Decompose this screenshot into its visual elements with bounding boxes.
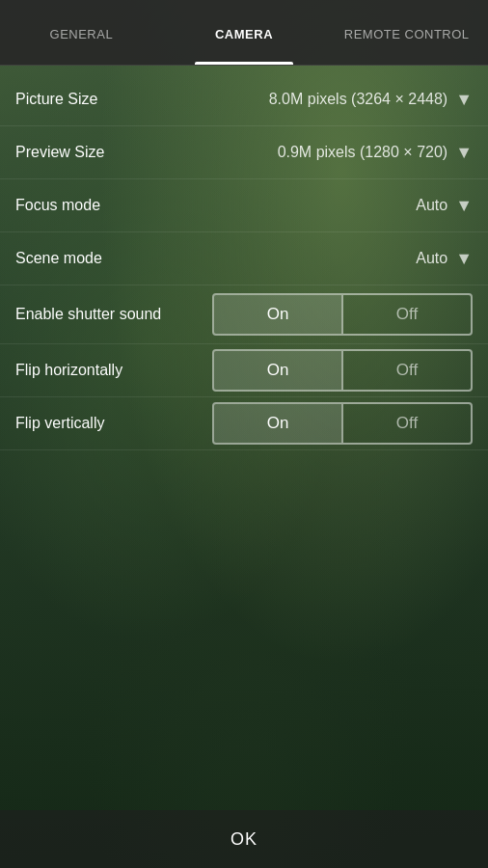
flip-vertically-label: Flip vertically [15, 415, 104, 432]
focus-mode-label: Focus mode [15, 197, 100, 214]
flip-vertically-toggle: On Off [212, 402, 473, 445]
scene-mode-value: Auto [416, 250, 447, 267]
shutter-sound-toggle: On Off [212, 293, 473, 336]
picture-size-label: Picture Size [15, 91, 97, 108]
preview-size-label: Preview Size [15, 144, 104, 161]
scene-mode-arrow-icon: ▼ [455, 249, 473, 269]
preview-size-control[interactable]: 0.9M pixels (1280 × 720) ▼ [278, 143, 473, 163]
spacer [0, 458, 488, 810]
picture-size-arrow-icon: ▼ [455, 90, 473, 110]
shutter-sound-row: Enable shutter sound On Off [0, 285, 488, 344]
tab-remote-control-label: REMOTE CONTROL [344, 27, 470, 41]
focus-mode-row: Focus mode Auto ▼ [0, 179, 488, 232]
flip-horizontally-on-button[interactable]: On [214, 351, 341, 390]
flip-horizontally-row: Flip horizontally On Off [0, 344, 488, 397]
flip-horizontally-toggle: On Off [212, 349, 473, 392]
settings-list: Picture Size 8.0M pixels (3264 × 2448) ▼… [0, 66, 488, 458]
preview-size-arrow-icon: ▼ [455, 143, 473, 163]
focus-mode-control[interactable]: Auto ▼ [416, 196, 473, 216]
flip-vertically-row: Flip vertically On Off [0, 397, 488, 450]
scene-mode-row: Scene mode Auto ▼ [0, 232, 488, 285]
ok-button[interactable]: OK [192, 820, 296, 859]
shutter-sound-on-button[interactable]: On [214, 295, 341, 334]
shutter-sound-label: Enable shutter sound [15, 306, 161, 323]
bottom-bar: OK [0, 810, 488, 868]
picture-size-control[interactable]: 8.0M pixels (3264 × 2448) ▼ [269, 90, 473, 110]
picture-size-row: Picture Size 8.0M pixels (3264 × 2448) ▼ [0, 73, 488, 126]
flip-vertically-off-button[interactable]: Off [343, 404, 471, 443]
tab-remote-control[interactable]: REMOTE CONTROL [325, 0, 488, 65]
tab-camera-label: CAMERA [215, 27, 273, 41]
tab-general[interactable]: GENERAL [0, 0, 163, 65]
tab-bar: GENERAL CAMERA REMOTE CONTROL [0, 0, 488, 66]
tab-camera[interactable]: CAMERA [163, 0, 326, 65]
focus-mode-value: Auto [416, 197, 447, 214]
focus-mode-arrow-icon: ▼ [455, 196, 473, 216]
tab-general-label: GENERAL [50, 27, 114, 41]
preview-size-row: Preview Size 0.9M pixels (1280 × 720) ▼ [0, 126, 488, 179]
flip-horizontally-label: Flip horizontally [15, 362, 122, 379]
flip-vertically-on-button[interactable]: On [214, 404, 341, 443]
scene-mode-label: Scene mode [15, 250, 102, 267]
picture-size-value: 8.0M pixels (3264 × 2448) [269, 91, 447, 108]
preview-size-value: 0.9M pixels (1280 × 720) [278, 144, 448, 161]
scene-mode-control[interactable]: Auto ▼ [416, 249, 473, 269]
flip-horizontally-off-button[interactable]: Off [343, 351, 471, 390]
shutter-sound-off-button[interactable]: Off [343, 295, 471, 334]
